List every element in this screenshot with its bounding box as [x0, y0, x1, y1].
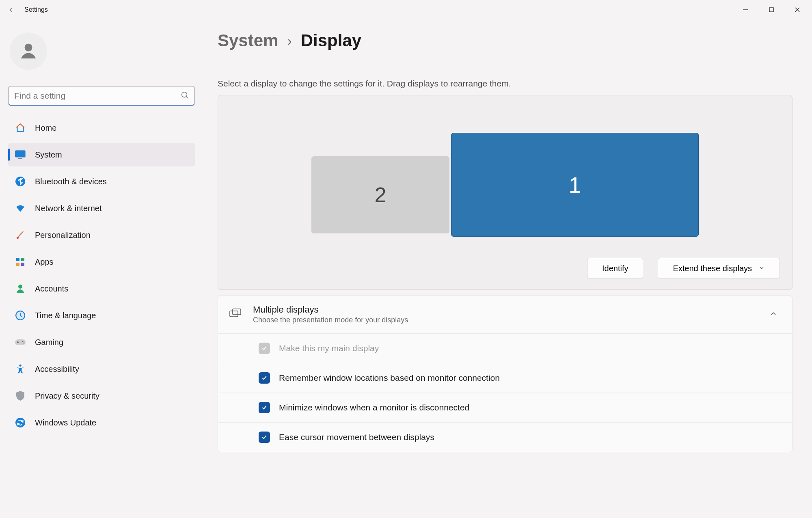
clock-icon: [15, 310, 26, 321]
sidebar-item-system[interactable]: System: [8, 143, 195, 166]
main-content: System › Display Select a display to cha…: [203, 19, 812, 518]
search-input[interactable]: [8, 86, 195, 106]
displays-icon: [229, 309, 242, 321]
maximize-button[interactable]: [758, 2, 784, 18]
svg-rect-25: [233, 309, 241, 315]
sidebar-item-home[interactable]: Home: [8, 116, 195, 140]
setting-title: Multiple displays: [253, 304, 759, 315]
display-mode-dropdown[interactable]: Extend these displays: [658, 258, 780, 279]
sidebar-item-gaming[interactable]: Gaming: [8, 330, 195, 354]
gamepad-icon: [15, 337, 26, 348]
breadcrumb: System › Display: [218, 31, 793, 50]
chevron-right-icon: ›: [287, 33, 292, 49]
option-minimize-on-disconnect[interactable]: Minimize windows when a monitor is disco…: [218, 393, 792, 422]
title-bar: Settings: [0, 0, 812, 19]
svg-rect-12: [16, 258, 19, 261]
sidebar-item-personalization[interactable]: Personalization: [8, 223, 195, 247]
minimize-button[interactable]: [732, 2, 758, 18]
search-wrapper: [8, 86, 195, 106]
option-remember-locations[interactable]: Remember window locations based on monit…: [218, 363, 792, 393]
sidebar-item-network[interactable]: Network & internet: [8, 196, 195, 220]
multiple-displays-options: Make this my main display Remember windo…: [218, 333, 792, 452]
svg-point-4: [25, 44, 32, 52]
sidebar-item-label: Gaming: [35, 338, 63, 347]
sidebar-item-label: System: [35, 150, 62, 160]
sidebar-item-time[interactable]: Time & language: [8, 304, 195, 327]
sidebar-item-apps[interactable]: Apps: [8, 250, 195, 274]
identify-button[interactable]: Identify: [587, 258, 643, 279]
dropdown-label: Extend these displays: [673, 264, 752, 273]
setting-subtitle: Choose the presentation mode for your di…: [253, 316, 759, 324]
breadcrumb-parent[interactable]: System: [218, 31, 278, 50]
page-title: Display: [301, 31, 361, 50]
svg-point-22: [19, 365, 21, 367]
svg-point-19: [17, 341, 19, 343]
sidebar-item-update[interactable]: Windows Update: [8, 411, 195, 434]
bluetooth-icon: [15, 176, 26, 187]
sidebar-item-label: Personalization: [35, 231, 91, 240]
svg-point-20: [22, 341, 24, 342]
sidebar-item-label: Home: [35, 123, 56, 133]
checkbox[interactable]: [259, 432, 270, 443]
checkbox[interactable]: [259, 372, 270, 384]
home-icon: [15, 122, 26, 134]
sidebar-item-accounts[interactable]: Accounts: [8, 277, 195, 300]
multiple-displays-header[interactable]: Multiple displays Choose the presentatio…: [218, 296, 792, 333]
close-button[interactable]: [784, 2, 810, 18]
svg-rect-24: [230, 311, 238, 317]
svg-rect-13: [21, 258, 24, 261]
display-hint: Select a display to change the settings …: [218, 79, 793, 88]
monitor-1[interactable]: 1: [451, 133, 699, 237]
svg-line-6: [186, 97, 188, 99]
brush-icon: [15, 229, 26, 241]
accessibility-icon: [15, 363, 26, 375]
sidebar-item-bluetooth[interactable]: Bluetooth & devices: [8, 170, 195, 193]
sidebar-item-label: Bluetooth & devices: [35, 177, 107, 186]
svg-point-16: [18, 285, 22, 289]
svg-point-5: [182, 92, 187, 97]
button-label: Identify: [602, 264, 628, 273]
sidebar-item-label: Time & language: [35, 311, 96, 320]
sidebar-item-label: Privacy & security: [35, 391, 99, 401]
monitor-canvas[interactable]: 2 1: [230, 116, 780, 254]
svg-point-23: [15, 418, 25, 427]
monitor-label: 1: [568, 172, 581, 198]
svg-point-21: [24, 343, 25, 344]
option-label: Ease cursor movement between displays: [279, 432, 434, 442]
search-icon: [180, 91, 189, 101]
option-label: Make this my main display: [279, 343, 379, 353]
multiple-displays-card: Multiple displays Choose the presentatio…: [218, 295, 793, 452]
svg-rect-18: [15, 339, 26, 345]
svg-rect-14: [16, 263, 19, 266]
option-main-display: Make this my main display: [218, 333, 792, 363]
svg-rect-9: [18, 158, 22, 159]
sidebar-item-label: Accessibility: [35, 365, 79, 374]
sidebar-item-label: Accounts: [35, 284, 68, 294]
sidebar: Home System Bluetooth & devices Network …: [0, 19, 203, 518]
svg-rect-1: [769, 8, 773, 12]
app-title: Settings: [21, 6, 48, 13]
shield-icon: [15, 390, 26, 401]
nav-list: Home System Bluetooth & devices Network …: [8, 116, 195, 438]
svg-point-11: [17, 237, 19, 239]
sidebar-item-label: Apps: [35, 257, 54, 267]
display-arrangement-panel: 2 1 Identify Extend these displays: [218, 95, 793, 290]
svg-rect-15: [21, 263, 24, 266]
monitor-label: 2: [375, 183, 387, 207]
checkbox[interactable]: [259, 402, 270, 413]
monitor-2[interactable]: 2: [311, 156, 449, 233]
update-icon: [15, 417, 26, 428]
profile-area[interactable]: [8, 26, 195, 82]
sidebar-item-privacy[interactable]: Privacy & security: [8, 384, 195, 408]
sidebar-item-label: Windows Update: [35, 418, 96, 427]
person-icon: [15, 283, 26, 294]
back-button[interactable]: [2, 0, 21, 19]
sidebar-item-accessibility[interactable]: Accessibility: [8, 357, 195, 381]
chevron-up-icon: [769, 310, 777, 319]
chevron-down-icon: [758, 264, 765, 273]
checkbox: [259, 343, 270, 354]
option-ease-cursor[interactable]: Ease cursor movement between displays: [218, 422, 792, 452]
svg-rect-7: [15, 151, 25, 157]
sidebar-item-label: Network & internet: [35, 204, 102, 213]
apps-icon: [15, 256, 26, 268]
